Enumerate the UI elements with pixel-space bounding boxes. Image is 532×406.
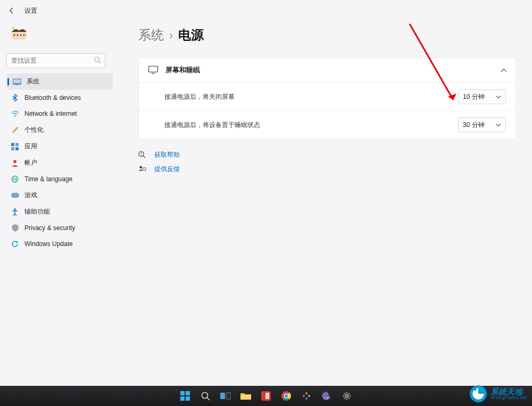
svg-point-2 xyxy=(14,35,15,36)
update-icon xyxy=(11,240,19,248)
gaming-icon xyxy=(11,191,19,200)
sidebar-item-bluetooth[interactable]: Bluetooth & devices xyxy=(6,90,113,106)
sidebar-item-time-language[interactable]: Time & language xyxy=(6,171,113,187)
taskbar-settings-button[interactable] xyxy=(340,390,353,402)
palette-icon xyxy=(322,391,331,401)
svg-point-17 xyxy=(13,160,16,163)
search-input[interactable] xyxy=(6,53,105,68)
globe-icon xyxy=(11,175,19,183)
color-circle-icon xyxy=(302,391,311,401)
nav-list: 系统 Bluetooth & devices Network & interne… xyxy=(6,73,113,252)
user-avatar[interactable]: ✦ xyxy=(9,24,30,46)
svg-point-55 xyxy=(327,397,329,399)
svg-rect-10 xyxy=(13,79,21,84)
nav-label: 系统 xyxy=(27,77,39,86)
nav-label: 应用 xyxy=(24,142,37,151)
sidebar-item-accounts[interactable]: 帐户 xyxy=(6,155,113,171)
help-links: ? 获取帮助 提供反馈 xyxy=(138,148,516,176)
main-content: 系统 › 电源 屏幕和睡眠 接通电源后，将关闭屏幕 10 分钟 接通电源后，将设… xyxy=(138,27,516,176)
svg-rect-39 xyxy=(226,393,231,399)
sidebar-item-system[interactable]: 系统 xyxy=(6,73,113,90)
svg-point-22 xyxy=(14,208,16,210)
sidebar-item-personalization[interactable]: 个性化 xyxy=(6,122,113,138)
link-label: 提供反馈 xyxy=(154,165,180,174)
taskbar xyxy=(0,386,532,406)
select-sleep[interactable]: 30 分钟 xyxy=(458,117,506,132)
svg-rect-15 xyxy=(11,147,14,150)
nav-label: 游戏 xyxy=(24,191,37,200)
svg-rect-35 xyxy=(186,396,190,401)
sidebar-item-gaming[interactable]: 游戏 xyxy=(6,187,113,204)
nav-label: 帐户 xyxy=(24,158,37,167)
select-value: 10 分钟 xyxy=(463,92,485,102)
svg-point-7 xyxy=(95,57,99,62)
svg-rect-33 xyxy=(186,391,190,395)
nav-label: Network & internet xyxy=(24,110,77,117)
taskbar-app-button[interactable] xyxy=(300,390,313,402)
taskbar-paint-button[interactable] xyxy=(320,390,333,402)
nav-label: Privacy & security xyxy=(24,224,75,232)
sidebar-item-privacy[interactable]: Privacy & security xyxy=(6,220,113,236)
sidebar: ✦ 系统 Bluetooth & devices Network & inter… xyxy=(6,21,113,252)
sidebar-item-windows-update[interactable]: Windows Update xyxy=(6,236,113,252)
select-screen-off[interactable]: 10 分钟 xyxy=(458,89,506,104)
search-icon xyxy=(94,56,101,66)
help-icon: ? xyxy=(138,151,147,159)
taskbar-explorer-button[interactable] xyxy=(239,390,252,402)
svg-point-36 xyxy=(202,393,208,399)
svg-rect-40 xyxy=(240,395,251,400)
breadcrumb: 系统 › 电源 xyxy=(138,27,516,44)
taskview-icon xyxy=(220,392,231,400)
brush-icon xyxy=(11,126,19,134)
svg-line-8 xyxy=(99,62,101,64)
feedback-link[interactable]: 提供反馈 xyxy=(138,162,516,176)
svg-point-47 xyxy=(285,394,288,397)
sidebar-item-network[interactable]: Network & internet xyxy=(6,106,113,122)
svg-line-27 xyxy=(143,156,145,158)
svg-point-50 xyxy=(308,395,310,397)
feedback-icon xyxy=(138,165,147,174)
svg-point-3 xyxy=(17,35,19,36)
sidebar-item-apps[interactable]: 应用 xyxy=(6,138,113,155)
taskbar-start-button[interactable] xyxy=(179,390,192,402)
svg-rect-32 xyxy=(180,391,185,395)
svg-rect-42 xyxy=(265,393,269,399)
shield-icon xyxy=(11,224,19,232)
get-help-link[interactable]: ? 获取帮助 xyxy=(138,148,516,162)
monitor-icon xyxy=(148,65,158,75)
svg-point-28 xyxy=(139,166,142,168)
card-title: 屏幕和睡眠 xyxy=(165,66,200,75)
chevron-down-icon xyxy=(496,123,501,127)
row-screen-off: 接通电源后，将关闭屏幕 10 分钟 xyxy=(139,82,516,111)
svg-rect-21 xyxy=(11,193,19,198)
svg-rect-38 xyxy=(220,393,225,399)
wifi-icon xyxy=(11,109,19,118)
breadcrumb-parent[interactable]: 系统 xyxy=(138,27,164,44)
svg-rect-23 xyxy=(149,66,158,72)
select-value: 30 分钟 xyxy=(463,121,485,130)
apps-icon xyxy=(11,142,19,151)
sidebar-item-accessibility[interactable]: 辅助功能 xyxy=(6,204,113,220)
nav-label: Windows Update xyxy=(24,240,73,248)
svg-text:✦: ✦ xyxy=(11,26,15,31)
taskbar-taskview-button[interactable] xyxy=(219,390,232,402)
page-title: 电源 xyxy=(178,27,204,44)
back-button[interactable] xyxy=(6,5,17,16)
svg-rect-13 xyxy=(11,143,14,146)
row-label: 接通电源后，将设备置于睡眠状态 xyxy=(164,121,458,130)
card-header-screen-sleep[interactable]: 屏幕和睡眠 xyxy=(139,58,516,82)
taskbar-chrome-button[interactable] xyxy=(280,390,293,402)
taskbar-office-button[interactable] xyxy=(260,390,272,402)
link-label: 获取帮助 xyxy=(154,150,180,159)
svg-point-4 xyxy=(20,35,22,36)
nav-label: Time & language xyxy=(24,175,72,183)
svg-text:?: ? xyxy=(140,152,143,156)
row-sleep: 接通电源后，将设备置于睡眠状态 30 分钟 xyxy=(139,111,516,139)
system-icon xyxy=(13,78,21,86)
svg-rect-16 xyxy=(15,147,19,150)
taskbar-search-button[interactable] xyxy=(199,390,212,402)
svg-point-12 xyxy=(14,115,15,116)
svg-point-51 xyxy=(305,397,307,400)
svg-line-37 xyxy=(207,397,210,400)
svg-rect-34 xyxy=(180,396,185,401)
